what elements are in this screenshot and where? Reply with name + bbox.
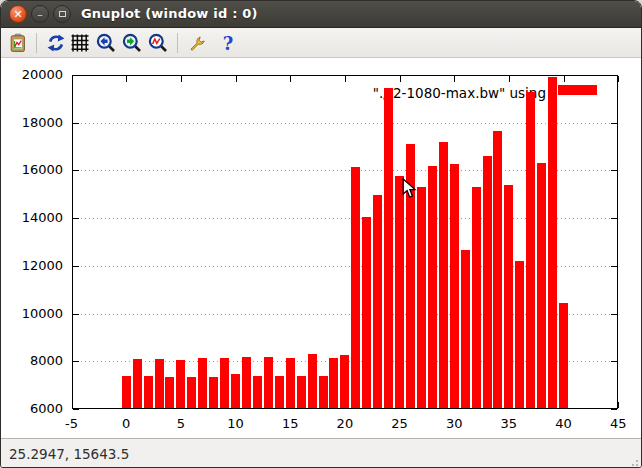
- zoom-previous-icon: [96, 33, 116, 53]
- bar: [537, 163, 546, 408]
- x-tick-top: [126, 76, 127, 82]
- next-zoom-button[interactable]: [121, 32, 143, 54]
- bar: [472, 187, 481, 408]
- y-tick-label: 14000: [3, 210, 63, 225]
- bar: [373, 195, 382, 408]
- y-tick-left: [73, 266, 79, 267]
- bar: [329, 358, 338, 408]
- bar: [209, 377, 218, 408]
- help-button[interactable]: ?: [217, 32, 239, 54]
- replot-button[interactable]: [45, 32, 67, 54]
- resize-grip[interactable]: [627, 455, 639, 467]
- y-tick-right: [611, 361, 617, 362]
- zoom-next-icon: [122, 33, 142, 53]
- y-tick-right: [611, 266, 617, 267]
- bar: [439, 142, 448, 408]
- previous-zoom-button[interactable]: [95, 32, 117, 54]
- x-tick-label: 35: [489, 416, 529, 431]
- bar: [493, 131, 502, 408]
- toggle-grid-button[interactable]: [69, 32, 91, 54]
- bar: [264, 357, 273, 408]
- mouse-coordinates-readout: 25.2947, 15643.5: [9, 446, 129, 462]
- x-tick-label: 20: [325, 416, 365, 431]
- help-icon-glyph: ?: [223, 33, 234, 53]
- bar: [504, 185, 513, 408]
- bar: [384, 88, 393, 408]
- y-tick-left: [73, 218, 79, 219]
- bar: [187, 377, 196, 408]
- bar: [319, 376, 328, 408]
- y-tick-label: 18000: [3, 115, 63, 130]
- bar: [559, 303, 568, 408]
- x-tick-top: [454, 76, 455, 82]
- title-bar[interactable]: ✕ – Gnuplot (window id : 0): [1, 1, 641, 28]
- x-tick-bottom: [72, 402, 73, 408]
- bar: [155, 359, 164, 408]
- y-tick-right: [611, 409, 617, 410]
- bar: [461, 250, 470, 408]
- maximize-button[interactable]: [53, 5, 71, 23]
- y-gridline: [73, 123, 618, 124]
- bar: [428, 166, 437, 408]
- bar: [198, 358, 207, 408]
- x-tick-label: 25: [380, 416, 420, 431]
- legend-label: "./t2-1080-max.bw" using: [251, 85, 546, 101]
- bar: [450, 164, 459, 408]
- wrench-icon: [188, 33, 208, 53]
- plot-canvas[interactable]: "./t2-1080-max.bw" using 600080001000012…: [1, 58, 642, 438]
- bar: [548, 77, 557, 408]
- x-tick-label: 0: [106, 416, 146, 431]
- bar: [231, 374, 240, 408]
- bar: [275, 376, 284, 408]
- x-tick-top: [400, 76, 401, 82]
- x-tick-top: [618, 76, 619, 82]
- bar: [176, 360, 185, 408]
- y-tick-label: 8000: [3, 353, 63, 368]
- y-tick-left: [73, 123, 79, 124]
- y-gridline: [73, 170, 618, 171]
- toolbar-separator: [36, 33, 37, 53]
- y-tick-label: 20000: [3, 67, 63, 82]
- y-tick-label: 6000: [3, 401, 63, 416]
- bar: [483, 156, 492, 408]
- y-gridline: [73, 218, 618, 219]
- close-button[interactable]: ✕: [9, 5, 27, 23]
- bar: [144, 376, 153, 408]
- copy-plot-button[interactable]: [8, 32, 30, 54]
- x-tick-label: 30: [434, 416, 474, 431]
- minimize-button[interactable]: –: [31, 5, 49, 23]
- bar: [122, 376, 131, 408]
- x-tick-label: 5: [161, 416, 201, 431]
- bar: [286, 358, 295, 408]
- bar: [165, 377, 174, 408]
- zoom-reset-icon: [148, 33, 168, 53]
- clipboard-chart-icon: [9, 33, 29, 53]
- y-tick-left: [73, 409, 79, 410]
- help-icon: ?: [218, 33, 238, 53]
- bar: [253, 376, 262, 408]
- x-tick-label: -5: [52, 416, 92, 431]
- unzoom-button[interactable]: [147, 32, 169, 54]
- x-tick-top: [509, 76, 510, 82]
- bar: [340, 355, 349, 408]
- y-tick-left: [73, 75, 79, 76]
- bar: [526, 92, 535, 408]
- bar: [395, 176, 404, 408]
- bar: [242, 357, 251, 408]
- x-tick-label: 45: [598, 416, 638, 431]
- x-tick-top: [72, 76, 73, 82]
- maximize-icon: [59, 11, 66, 17]
- mouse-cursor-icon: [402, 178, 417, 200]
- grid-icon: [70, 33, 90, 53]
- bar: [417, 187, 426, 408]
- bar: [515, 261, 524, 408]
- settings-button[interactable]: [187, 32, 209, 54]
- x-tick-top: [345, 76, 346, 82]
- legend-sample-swatch: [558, 85, 597, 95]
- x-tick-label: 10: [216, 416, 256, 431]
- y-tick-left: [73, 314, 79, 315]
- y-tick-right: [611, 123, 617, 124]
- bar: [308, 354, 317, 408]
- window-title: Gnuplot (window id : 0): [81, 6, 258, 21]
- gnuplot-window: ✕ – Gnuplot (window id : 0): [0, 0, 642, 468]
